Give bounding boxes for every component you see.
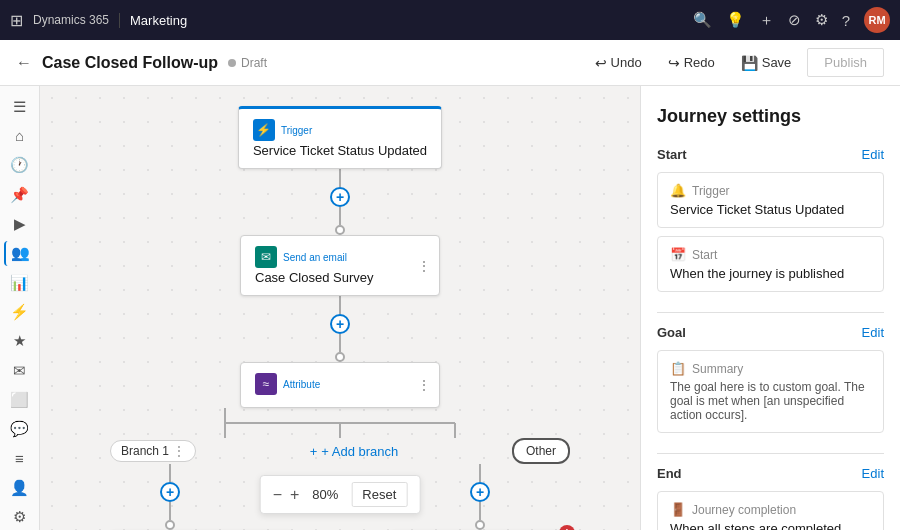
zoom-bar: − + 80% Reset [260, 475, 421, 514]
search-nav-icon[interactable]: 🔍 [693, 11, 712, 29]
undo-button[interactable]: ↩ Undo [585, 50, 652, 76]
divider-1 [657, 312, 884, 313]
trigger-node-label: Trigger [281, 125, 312, 136]
zoom-reset-button[interactable]: Reset [351, 482, 407, 507]
canvas-area[interactable]: ⚡ Trigger Service Ticket Status Updated … [40, 86, 640, 530]
sidebar-chat[interactable]: 💬 [4, 417, 36, 442]
email1-node[interactable]: ✉ Send an email Case Closed Survey ⋮ [240, 235, 440, 296]
sidebar-mail[interactable]: ✉ [4, 358, 36, 383]
sidebar-settings[interactable]: ⚙ [4, 505, 36, 530]
undo-icon: ↩ [595, 55, 607, 71]
sidebar-segment[interactable]: 📊 [4, 270, 36, 295]
settings-end-section: End Edit 🚪 Journey completion When all s… [657, 466, 884, 530]
add-step-1[interactable]: + [330, 187, 350, 207]
zoom-out-button[interactable]: − [273, 486, 282, 504]
attribute-node[interactable]: ≈ Attribute ⋮ [240, 362, 440, 408]
other-add[interactable]: + [470, 482, 490, 502]
end-edit-link[interactable]: Edit [862, 466, 884, 481]
circle-2 [335, 352, 345, 362]
other-badge: Other [512, 438, 570, 464]
top-navigation: ⊞ Dynamics 365 Marketing 🔍 💡 ＋ ⊘ ⚙ ? RM [0, 0, 900, 40]
sidebar-play[interactable]: ▶ [4, 211, 36, 236]
branch-top-svg [90, 408, 590, 438]
divider-2 [657, 453, 884, 454]
trigger-card-row: 🔔 Trigger [670, 183, 871, 198]
email1-node-icon: ✉ [255, 246, 277, 268]
goal-card-value: The goal here is to custom goal. The goa… [670, 380, 871, 422]
trigger-card-value: Service Ticket Status Updated [670, 202, 871, 217]
app-grid-icon[interactable]: ⊞ [10, 11, 23, 30]
add-nav-icon[interactable]: ＋ [759, 11, 774, 30]
redo-button[interactable]: ↪ Redo [658, 50, 725, 76]
circle-1 [335, 225, 345, 235]
start-card-title: Start [692, 248, 717, 262]
email1-more-icon[interactable]: ⋮ [417, 258, 431, 274]
end-card-row: 🚪 Journey completion [670, 502, 871, 517]
attribute-node-label: Attribute [283, 379, 320, 390]
idea-icon[interactable]: 💡 [726, 11, 745, 29]
attribute-more-icon[interactable]: ⋮ [417, 377, 431, 393]
publish-button[interactable]: Publish [807, 48, 884, 77]
left-sidebar: ☰ ⌂ 🕐 📌 ▶ 👥 📊 ⚡ ★ ✉ ⬜ 💬 ≡ 👤 ⚙ [0, 86, 40, 530]
toolbar-actions: ↩ Undo ↪ Redo 💾 Save Publish [585, 48, 884, 77]
help-icon[interactable]: ? [842, 12, 850, 29]
save-icon: 💾 [741, 55, 758, 71]
settings-start-section: Start Edit 🔔 Trigger Service Ticket Stat… [657, 147, 884, 292]
goal-card-icon: 📋 [670, 361, 686, 376]
start-card: 📅 Start When the journey is published [657, 236, 884, 292]
status-badge: Draft [228, 56, 267, 70]
add-step-2[interactable]: + [330, 314, 350, 334]
branch1-connector: + [160, 464, 180, 530]
goal-card: 📋 Summary The goal here is to custom goa… [657, 350, 884, 433]
sidebar-trigger[interactable]: ⚡ [4, 299, 36, 324]
end-card-icon: 🚪 [670, 502, 686, 517]
settings-goal-section: Goal Edit 📋 Summary The goal here is to … [657, 325, 884, 433]
main-layout: ☰ ⌂ 🕐 📌 ▶ 👥 📊 ⚡ ★ ✉ ⬜ 💬 ≡ 👤 ⚙ ⚡ Trigger … [0, 86, 900, 530]
zoom-in-button[interactable]: + [290, 486, 299, 504]
save-button[interactable]: 💾 Save [731, 50, 802, 76]
end-card-title: Journey completion [692, 503, 796, 517]
trigger-card: 🔔 Trigger Service Ticket Status Updated [657, 172, 884, 228]
page-title: Case Closed Follow-up [42, 54, 218, 72]
end-card: 🚪 Journey completion When all steps are … [657, 491, 884, 530]
branch-other-connector: + [470, 464, 490, 530]
branch-headers-row: Branch 1 ⋮ + + Add branch Other [90, 438, 590, 464]
trigger-node-icon: ⚡ [253, 119, 275, 141]
filter-nav-icon[interactable]: ⊘ [788, 11, 801, 29]
draft-dot [228, 59, 236, 67]
start-section-header: Start Edit [657, 147, 884, 162]
settings-nav-icon[interactable]: ⚙ [815, 11, 828, 29]
branch1-more[interactable]: ⋮ [173, 444, 185, 458]
user-avatar[interactable]: RM [864, 7, 890, 33]
email1-node-label: Send an email [283, 252, 347, 263]
goal-section-header: Goal Edit [657, 325, 884, 340]
zoom-value: 80% [307, 487, 343, 502]
sidebar-list[interactable]: ≡ [4, 446, 36, 471]
attribute-node-icon: ≈ [255, 373, 277, 395]
sidebar-recent[interactable]: 🕐 [4, 153, 36, 178]
line-2b [339, 334, 341, 352]
connector-2: + [330, 296, 350, 362]
end-section-header: End Edit [657, 466, 884, 481]
end-card-value: When all steps are completed [670, 521, 871, 530]
branch1-add[interactable]: + [160, 482, 180, 502]
branch1-header[interactable]: Branch 1 ⋮ [110, 440, 196, 462]
start-edit-link[interactable]: Edit [862, 147, 884, 162]
sidebar-hamburger[interactable]: ☰ [4, 94, 36, 119]
line-1b [339, 207, 341, 225]
sidebar-star[interactable]: ★ [4, 329, 36, 354]
trigger-card-title: Trigger [692, 184, 730, 198]
goal-card-row: 📋 Summary [670, 361, 871, 376]
add-branch-button[interactable]: + + Add branch [302, 440, 407, 463]
back-button[interactable]: ← [16, 54, 32, 72]
sidebar-journey[interactable]: 👥 [4, 241, 36, 266]
goal-edit-link[interactable]: Edit [862, 325, 884, 340]
sidebar-pin[interactable]: 📌 [4, 182, 36, 207]
start-card-row: 📅 Start [670, 247, 871, 262]
sidebar-home[interactable]: ⌂ [4, 123, 36, 148]
trigger-node[interactable]: ⚡ Trigger Service Ticket Status Updated [238, 106, 442, 169]
sidebar-contacts[interactable]: 👤 [4, 475, 36, 500]
line-1 [339, 169, 341, 187]
sidebar-assets[interactable]: ⬜ [4, 387, 36, 412]
trigger-card-icon: 🔔 [670, 183, 686, 198]
